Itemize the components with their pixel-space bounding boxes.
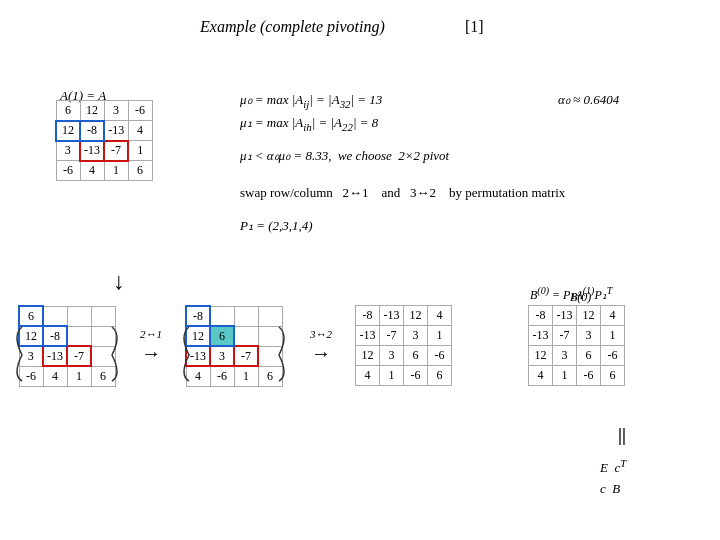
bottom-mid1-matrix: -8 12 6 -13 3 -7 4 -6 1 6 xyxy=(185,305,283,387)
e-label: E cT xyxy=(600,455,626,479)
bracket-left-svg xyxy=(10,323,26,383)
cell-3-3: 6 xyxy=(128,161,152,181)
bl-2-1: -13 xyxy=(43,346,67,366)
bm2-0-2: 12 xyxy=(404,306,428,326)
bm2-3-2: -6 xyxy=(404,366,428,386)
cell-1-3: 4 xyxy=(128,121,152,141)
b0-2-2: 6 xyxy=(577,346,601,366)
we-choose: we choose xyxy=(338,148,392,163)
cell-3-2: 1 xyxy=(104,161,128,181)
bracket-mid1-left-svg xyxy=(177,323,193,383)
bm2-3-3: 6 xyxy=(428,366,452,386)
cell-0-0: 6 xyxy=(56,101,80,121)
bm2-3-1: 1 xyxy=(380,366,404,386)
bm1-0-2 xyxy=(234,306,258,326)
bm2-2-3: -6 xyxy=(428,346,452,366)
bm1-3-1: -6 xyxy=(210,366,234,386)
bm2-1-0: -13 xyxy=(356,326,380,346)
b0-2-1: 3 xyxy=(553,346,577,366)
b0-0-0: -8 xyxy=(529,306,553,326)
alpha-text: α₀ ≈ 0.6404 xyxy=(558,92,619,108)
bm2-3-0: 4 xyxy=(356,366,380,386)
title-ref: [1] xyxy=(465,18,484,36)
b0-3-3: 6 xyxy=(601,366,625,386)
b0-3-2: -6 xyxy=(577,366,601,386)
bm2-2-0: 12 xyxy=(356,346,380,366)
b0-2-3: -6 xyxy=(601,346,625,366)
b0-0-3: 4 xyxy=(601,306,625,326)
bl-0-2 xyxy=(67,306,91,326)
bl-0-1 xyxy=(43,306,67,326)
bl-1-2 xyxy=(67,326,91,346)
bottom-mid2-matrix: -8 -13 12 4 -13 -7 3 1 12 3 6 -6 4 1 -6 xyxy=(355,305,452,386)
bm2-0-3: 4 xyxy=(428,306,452,326)
cell-1-0: 12 xyxy=(56,121,80,141)
b0-1-3: 1 xyxy=(601,326,625,346)
arrow-right-1: → xyxy=(140,342,162,365)
bm1-2-1: 3 xyxy=(210,346,234,366)
bm1-0-1 xyxy=(210,306,234,326)
arrow-right-2: → xyxy=(310,342,332,365)
bm1-1-2 xyxy=(234,326,258,346)
ec-block: E cT c B xyxy=(600,455,626,500)
bm2-0-1: -13 xyxy=(380,306,404,326)
b0-3-1: 1 xyxy=(553,366,577,386)
b0-3-0: 4 xyxy=(529,366,553,386)
cell-0-2: 3 xyxy=(104,101,128,121)
cell-3-1: 4 xyxy=(80,161,104,181)
b0-2-0: 12 xyxy=(529,346,553,366)
cell-1-1: -8 xyxy=(80,121,104,141)
arrow-right-2-group: 3↔2 → xyxy=(310,328,332,365)
cell-0-3: -6 xyxy=(128,101,152,121)
formula-mu0: μ₀ = max |Aij| = |A32| = 13 xyxy=(240,92,382,110)
bracket-mid1-right-svg xyxy=(277,323,293,383)
swap-text: swap row/column 2↔1 and 3↔2 by permutati… xyxy=(240,185,565,201)
b0-matrix: -8 -13 12 4 -13 -7 3 1 12 3 6 -6 4 1 -6 xyxy=(528,305,625,386)
bracket-right-svg xyxy=(110,323,126,383)
b0-1-2: 3 xyxy=(577,326,601,346)
bm2-1-3: 1 xyxy=(428,326,452,346)
by-perm-text: by permutation matrix xyxy=(449,185,565,200)
b0-0-1: -13 xyxy=(553,306,577,326)
bl-3-2: 1 xyxy=(67,366,91,386)
bm2-1-1: -7 xyxy=(380,326,404,346)
bottom-left-matrix: 6 12 -8 3 -13 -7 -6 4 1 6 xyxy=(18,305,116,387)
and-text: and xyxy=(382,185,401,200)
formula-mu-compare: μ₁ < α₀μ₀ = 8.33, we choose 2×2 pivot xyxy=(240,148,449,164)
bm1-1-1: 6 xyxy=(210,326,234,346)
cell-2-2: -7 xyxy=(104,141,128,161)
bm2-1-2: 3 xyxy=(404,326,428,346)
cb-label: c B xyxy=(600,479,626,500)
cell-2-1: -13 xyxy=(80,141,104,161)
bl-1-1: -8 xyxy=(43,326,67,346)
cell-0-1: 12 xyxy=(80,101,104,121)
arrow-right-1-group: 2↔1 → xyxy=(140,328,162,365)
double-line: || xyxy=(618,425,626,446)
bm2-2-1: 3 xyxy=(380,346,404,366)
main-matrix: 6 12 3 -6 12 -8 -13 4 3 -13 -7 1 -6 4 1 xyxy=(55,100,153,181)
b0-formula-label: B(0) = P₁A(1)P₁T xyxy=(530,285,612,303)
p1-formula-label: P₁ = (2,3,1,4) xyxy=(240,218,313,234)
bl-3-1: 4 xyxy=(43,366,67,386)
arrow-label-2: 3↔2 xyxy=(310,328,332,340)
cell-1-2: -13 xyxy=(104,121,128,141)
bm2-0-0: -8 xyxy=(356,306,380,326)
cell-3-0: -6 xyxy=(56,161,80,181)
bm1-3-2: 1 xyxy=(234,366,258,386)
b0-1-0: -13 xyxy=(529,326,553,346)
bm2-2-2: 6 xyxy=(404,346,428,366)
arrow-down: ↓ xyxy=(113,268,125,295)
b0-1-1: -7 xyxy=(553,326,577,346)
cell-2-0: 3 xyxy=(56,141,80,161)
arrow-label-1: 2↔1 xyxy=(140,328,162,340)
bl-2-2: -7 xyxy=(67,346,91,366)
bm1-2-2: -7 xyxy=(234,346,258,366)
cell-2-3: 1 xyxy=(128,141,152,161)
formula-mu1: μ₁ = max |Aih| = |A22| = 8 xyxy=(240,115,378,133)
b0-0-2: 12 xyxy=(577,306,601,326)
page-title: Example (complete pivoting) xyxy=(200,18,385,36)
